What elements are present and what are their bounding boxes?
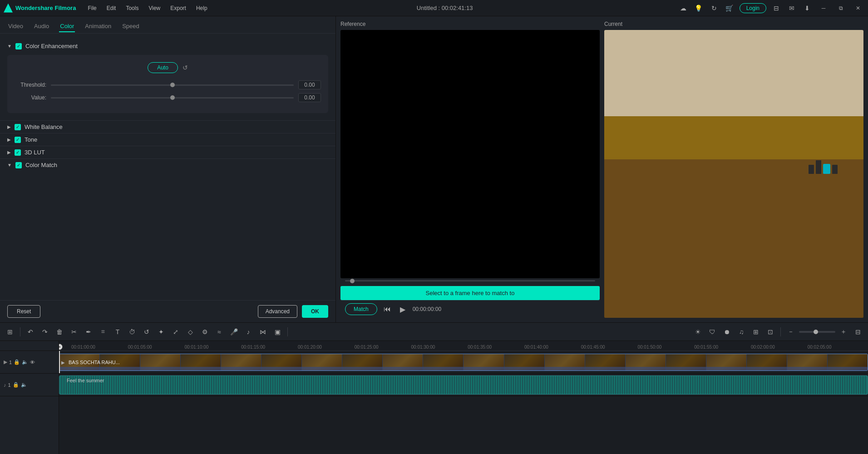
audio-clip[interactable]: Feel the summer <box>59 375 868 395</box>
screen-icon[interactable]: ▣ <box>271 326 284 338</box>
video-eye-icon[interactable]: 👁 <box>30 360 35 365</box>
play-icon[interactable]: ▶ <box>397 304 408 315</box>
audio-mute-icon[interactable]: 🔈 <box>21 382 27 388</box>
menu-edit[interactable]: Edit <box>102 3 121 13</box>
effects-icon[interactable]: ✦ <box>155 326 168 338</box>
video-track-row: ✕ <box>59 351 868 374</box>
ruler-07: 00:01:35:00 <box>468 345 492 350</box>
audio-clip-label: Feel the summer <box>67 378 104 383</box>
sliders-icon[interactable]: ⚙ <box>198 326 211 338</box>
ruler-06: 00:01:30:00 <box>411 345 435 350</box>
audio-mix-icon[interactable]: ♫ <box>735 326 748 338</box>
track-labels: ▶ 1 🔒 🔈 👁 ♪ 1 🔒 🔈 <box>0 341 59 454</box>
zoom-slider[interactable] <box>799 331 835 333</box>
audio-track-label: ♪ 1 🔒 🔈 <box>0 374 59 396</box>
scrubber-thumb <box>350 279 355 283</box>
video-mute-icon[interactable]: 🔈 <box>22 359 28 365</box>
lut-label: 3D LUT <box>25 149 45 156</box>
refresh-icon[interactable]: ↻ <box>709 3 720 14</box>
color-match-checkbox[interactable]: ✓ <box>15 162 22 168</box>
prev-frame-icon[interactable]: ⏮ <box>382 304 393 315</box>
color-match-label: Color Match <box>25 162 57 168</box>
reset-circular-icon[interactable]: ↺ <box>182 64 188 71</box>
tab-color[interactable]: Color <box>59 21 75 32</box>
fullscreen-icon[interactable]: ⊡ <box>764 326 777 338</box>
timer-icon[interactable]: ⏱ <box>126 326 138 338</box>
lut-checkbox[interactable]: ✓ <box>15 149 21 156</box>
desk-item-3 <box>832 165 838 174</box>
minimize-button[interactable]: ─ <box>817 2 830 15</box>
white-balance-checkbox[interactable]: ✓ <box>15 124 21 130</box>
diamond-icon[interactable]: ◇ <box>184 326 197 338</box>
ok-button[interactable]: OK <box>302 305 328 318</box>
video-lock-icon[interactable]: 🔒 <box>14 359 20 365</box>
value-slider[interactable] <box>51 97 294 99</box>
text-icon[interactable]: T <box>111 326 124 338</box>
tone-checkbox[interactable]: ✓ <box>15 137 21 143</box>
music-icon[interactable]: ♪ <box>242 326 255 338</box>
desk-item-2 <box>816 160 821 174</box>
login-button[interactable]: Login <box>740 3 766 13</box>
mail-icon[interactable]: ✉ <box>786 3 797 14</box>
resize-icon[interactable]: ⤢ <box>169 326 182 338</box>
white-balance-section[interactable]: ▶ ✓ White Balance <box>0 120 335 133</box>
bulb-icon[interactable]: 💡 <box>693 3 704 14</box>
redo-icon[interactable]: ↷ <box>39 326 51 338</box>
shield-icon[interactable]: 🛡 <box>706 326 719 338</box>
menu-help[interactable]: Help <box>192 3 212 13</box>
threshold-slider[interactable] <box>51 84 294 86</box>
color-match-section[interactable]: ▼ ✓ Color Match <box>0 158 335 171</box>
pen-icon[interactable]: ✒ <box>82 326 95 338</box>
menu-tools[interactable]: Tools <box>121 3 143 13</box>
scrubber-track[interactable] <box>345 280 595 281</box>
tone-section[interactable]: ▶ ✓ Tone <box>0 133 335 146</box>
undo-icon[interactable]: ↶ <box>24 326 37 338</box>
audio-wave-icon[interactable]: ≈ <box>213 326 226 338</box>
menu-export[interactable]: Export <box>166 3 191 13</box>
cart-icon[interactable]: 🛒 <box>724 3 735 14</box>
ruler-01: 00:01:05:00 <box>128 345 152 350</box>
color-enhancement-header[interactable]: ▼ ✓ Color Enhancement <box>7 41 328 51</box>
window-title: Untitled : 00:02:41:13 <box>417 5 473 11</box>
split-view-icon[interactable]: ⊞ <box>750 326 762 338</box>
mic-icon[interactable]: 🎤 <box>227 326 240 338</box>
cloud-icon[interactable]: ☁ <box>678 3 689 14</box>
crop-icon[interactable]: ⌗ <box>97 326 109 338</box>
maximize-button[interactable]: ⧉ <box>834 2 847 15</box>
record-icon[interactable]: ⏺ <box>720 326 733 338</box>
ruler-00: 00:01:00:00 <box>71 345 95 350</box>
threshold-value[interactable] <box>298 80 321 89</box>
select-frame-button[interactable]: Select to a frame here to match to <box>340 286 600 300</box>
close-button[interactable]: ✕ <box>852 2 864 15</box>
bookmark-icon[interactable]: ⊟ <box>771 3 782 14</box>
tab-audio[interactable]: Audio <box>33 21 50 32</box>
tab-animation[interactable]: Animation <box>84 21 112 32</box>
auto-button[interactable]: Auto <box>148 62 178 73</box>
value-input[interactable] <box>298 93 321 102</box>
match-button[interactable]: Match <box>345 303 377 315</box>
menu-view[interactable]: View <box>144 3 165 13</box>
reset-button[interactable]: Reset <box>7 305 40 318</box>
tab-speed[interactable]: Speed <box>121 21 140 32</box>
layout-icon[interactable]: ⊟ <box>852 326 864 338</box>
tab-video[interactable]: Video <box>7 21 24 32</box>
tab-bar: Video Audio Color Animation Speed <box>0 16 335 34</box>
advanced-button[interactable]: Advanced <box>258 305 297 318</box>
color-enhancement-checkbox[interactable]: ✓ <box>15 43 22 49</box>
split-icon[interactable]: ⋈ <box>256 326 269 338</box>
delete-icon[interactable]: 🗑 <box>53 326 66 338</box>
sun-icon[interactable]: ☀ <box>691 326 704 338</box>
download-icon[interactable]: ⬇ <box>802 3 813 14</box>
zoom-out-icon[interactable]: － <box>784 326 797 338</box>
current-label: Current <box>604 21 863 27</box>
zoom-in-icon[interactable]: ＋ <box>837 326 850 338</box>
menu-file[interactable]: File <box>83 3 101 13</box>
audio-lock-icon[interactable]: 🔒 <box>13 382 19 388</box>
lut-section[interactable]: ▶ ✓ 3D LUT <box>0 146 335 158</box>
tool-select-icon[interactable]: ⊞ <box>4 326 16 338</box>
main-area: Video Audio Color Animation Speed ▼ ✓ Co… <box>0 16 868 322</box>
scissors-icon[interactable]: ✂ <box>68 326 80 338</box>
ruler-02: 00:01:10:00 <box>185 345 209 350</box>
video-clip[interactable]: ▶ BAS SOCHTA RAHU... <box>59 354 868 371</box>
rotate-icon[interactable]: ↺ <box>140 326 153 338</box>
